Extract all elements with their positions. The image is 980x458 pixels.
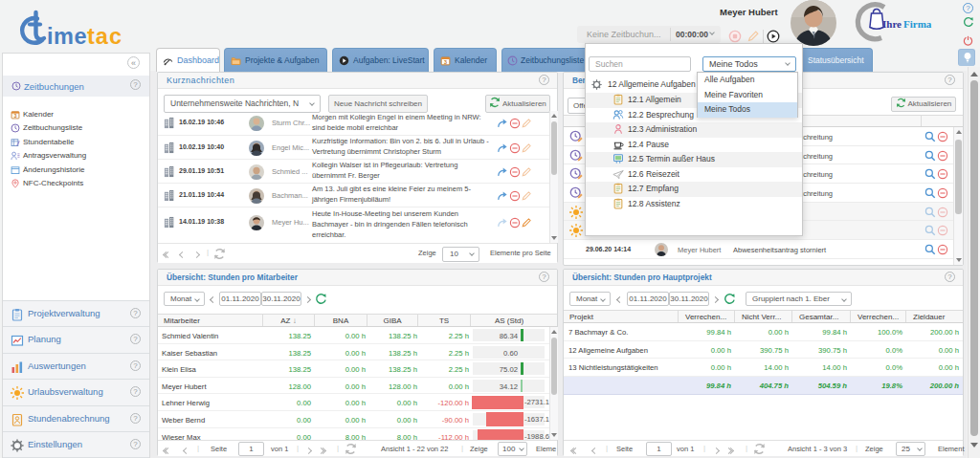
svg-text:ime: ime	[47, 24, 87, 49]
svg-text:Firma: Firma	[903, 18, 932, 30]
svg-text:Ihre: Ihre	[882, 18, 902, 30]
svg-text:tac: tac	[87, 24, 122, 49]
